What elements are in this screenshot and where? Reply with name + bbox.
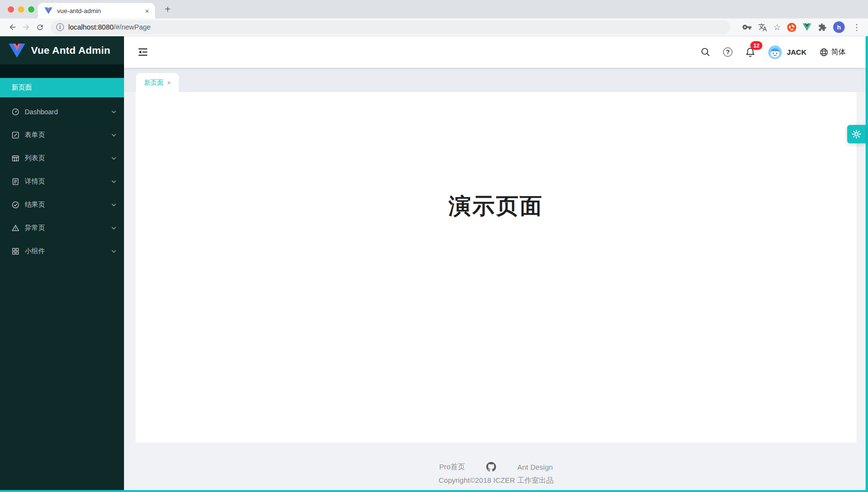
browser-menu-icon[interactable]: ⋮ xyxy=(851,22,862,32)
browser-tabstrip: vue-antd-admin × + xyxy=(0,0,868,18)
content-card: 演示页面 xyxy=(136,92,856,443)
sidebar-item-widgets[interactable]: 小组件 xyxy=(0,242,124,261)
browser-tab[interactable]: vue-antd-admin × xyxy=(38,3,155,18)
tab-new-page[interactable]: 新页面 × xyxy=(136,73,179,92)
footer-link-ant-design[interactable]: Ant Design xyxy=(517,463,553,471)
extensions-puzzle-icon[interactable] xyxy=(818,23,827,32)
chevron-down-icon xyxy=(111,180,116,183)
chevron-down-icon xyxy=(111,203,116,206)
vue-logo-icon xyxy=(9,44,25,58)
chevron-down-icon xyxy=(111,227,116,230)
header-actions: ? 12 JACK xyxy=(701,46,855,59)
chevron-down-icon xyxy=(111,134,116,137)
reload-button[interactable] xyxy=(33,20,46,34)
site-info-icon[interactable]: i xyxy=(56,23,64,31)
browser-tab-title: vue-antd-admin xyxy=(57,7,144,15)
username-label: JACK xyxy=(787,48,806,56)
vue-favicon-icon xyxy=(45,7,52,14)
tab-close-icon[interactable]: × xyxy=(144,7,150,15)
sidebar-item-form[interactable]: 表单页 xyxy=(0,125,124,145)
window-zoom-button[interactable] xyxy=(28,6,34,13)
language-label: 简体 xyxy=(831,47,846,57)
browser-profile-avatar[interactable]: h xyxy=(833,21,845,33)
main-area: ? 12 JACK xyxy=(124,36,868,492)
tab-close-icon[interactable]: × xyxy=(167,79,171,87)
github-icon[interactable] xyxy=(486,462,496,472)
translate-icon[interactable] xyxy=(758,23,767,32)
form-icon xyxy=(12,131,19,139)
table-icon xyxy=(12,154,19,162)
app-logo: Vue Antd Admin xyxy=(0,36,124,64)
extension-orange-icon[interactable] xyxy=(787,23,796,32)
sidebar: Vue Antd Admin 新页面 Dashboard xyxy=(0,36,124,492)
address-bar[interactable]: i localhost:8080/#/newPage xyxy=(50,20,730,34)
notification-badge: 12 xyxy=(750,41,762,50)
appstore-icon xyxy=(12,247,19,255)
sidebar-menu: 新页面 Dashboard 表单页 xyxy=(0,78,124,265)
accent-edge-right xyxy=(866,36,868,492)
app-header: ? 12 JACK xyxy=(124,36,868,68)
sidebar-divider xyxy=(0,64,124,78)
chevron-down-icon xyxy=(111,110,116,113)
sidebar-item-detail[interactable]: 详情页 xyxy=(0,172,124,191)
footer-links: Pro首页 Ant Design xyxy=(124,462,868,472)
sidebar-item-new-page[interactable]: 新页面 xyxy=(0,78,124,97)
url-text: localhost:8080/#/newPage xyxy=(68,23,151,31)
browser-toolbar: i localhost:8080/#/newPage ☆ h ⋮ xyxy=(0,18,868,36)
back-button[interactable] xyxy=(6,20,19,34)
accent-edge-bottom xyxy=(0,490,868,492)
dashboard-icon xyxy=(12,108,19,116)
window-minimize-button[interactable] xyxy=(18,6,24,13)
browser-actions: ☆ h ⋮ xyxy=(742,21,862,33)
check-circle-icon xyxy=(12,201,19,209)
sidebar-item-exception[interactable]: 异常页 xyxy=(0,218,124,238)
app-root: Vue Antd Admin 新页面 Dashboard xyxy=(0,36,868,492)
profile-icon xyxy=(12,178,19,185)
chevron-down-icon xyxy=(111,250,116,253)
forward-button[interactable] xyxy=(19,20,33,34)
globe-icon xyxy=(820,48,828,57)
bookmark-star-icon[interactable]: ☆ xyxy=(774,23,781,31)
warning-icon xyxy=(12,224,19,232)
sidebar-item-dashboard[interactable]: Dashboard xyxy=(0,102,124,122)
window-close-button[interactable] xyxy=(8,6,14,13)
sidebar-item-result[interactable]: 结果页 xyxy=(0,195,124,215)
footer-copyright: Copyright©2018 ICZER 工作室出品 xyxy=(124,476,868,485)
menu-fold-icon[interactable] xyxy=(137,46,149,59)
app-title: Vue Antd Admin xyxy=(31,45,110,56)
page-title: 演示页面 xyxy=(449,191,543,221)
page-footer: Pro首页 Ant Design Copyright©2018 ICZER 工作… xyxy=(124,443,868,485)
chevron-down-icon xyxy=(111,157,116,160)
browser-window: vue-antd-admin × + i localhost:8080/#/ne… xyxy=(0,0,868,492)
user-avatar xyxy=(768,46,782,59)
language-switcher[interactable]: 简体 xyxy=(820,47,846,57)
settings-drawer-button[interactable] xyxy=(847,125,866,143)
page-tabbar: 新页面 × xyxy=(124,68,868,92)
help-icon[interactable]: ? xyxy=(723,47,732,57)
password-key-icon[interactable] xyxy=(742,22,752,32)
user-menu[interactable]: JACK xyxy=(768,46,806,59)
new-tab-button[interactable]: + xyxy=(162,3,173,15)
footer-link-pro-home[interactable]: Pro首页 xyxy=(439,462,465,472)
sidebar-item-list[interactable]: 列表页 xyxy=(0,149,124,168)
gear-icon xyxy=(851,129,862,139)
notification-bell-icon[interactable]: 12 xyxy=(745,47,755,57)
window-controls xyxy=(8,6,34,13)
search-icon[interactable] xyxy=(701,47,710,57)
vue-devtools-icon[interactable] xyxy=(803,23,811,31)
